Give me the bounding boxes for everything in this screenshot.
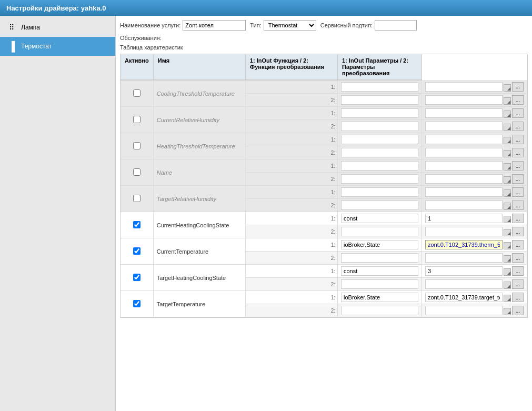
- name-cell-cooling-threshold: CoolingThresholdTemperature: [153, 80, 245, 107]
- func-input-current-relative-humidity-1[interactable]: [341, 122, 418, 131]
- row-index-current-heating-cooling-state-0: 1:: [245, 212, 337, 225]
- dots-button-cooling-threshold-0[interactable]: ...: [512, 82, 524, 92]
- params-cell-current-relative-humidity-1: ◢...: [422, 120, 527, 133]
- func-input-current-relative-humidity-0[interactable]: [341, 108, 418, 118]
- params-input-current-temperature-1[interactable]: [425, 253, 503, 263]
- params-input-target-heating-cooling-state-1[interactable]: [425, 279, 503, 289]
- params-input-target-temperature-0[interactable]: [425, 293, 503, 302]
- resize-handle-cooling-threshold-1[interactable]: ◢: [504, 97, 511, 105]
- params-input-name-row-1[interactable]: [425, 174, 503, 184]
- checkbox-current-temperature[interactable]: [133, 247, 140, 255]
- params-input-cooling-threshold-0[interactable]: [425, 82, 503, 92]
- params-input-cooling-threshold-1[interactable]: [425, 95, 503, 105]
- resize-handle-target-temperature-0[interactable]: ◢: [504, 295, 511, 302]
- checkbox-heating-threshold[interactable]: [133, 142, 140, 149]
- resize-handle-heating-threshold-1[interactable]: ◢: [504, 150, 511, 157]
- dots-button-target-temperature-1[interactable]: ...: [512, 306, 524, 315]
- checkbox-cooling-threshold[interactable]: [133, 89, 140, 97]
- dots-button-name-row-1[interactable]: ...: [512, 174, 524, 184]
- resize-handle-name-row-0[interactable]: ◢: [504, 163, 511, 171]
- dots-button-target-relative-humidity-0[interactable]: ...: [512, 187, 524, 197]
- func-input-cooling-threshold-1[interactable]: [341, 95, 418, 105]
- func-input-target-heating-cooling-state-0[interactable]: [341, 266, 418, 276]
- name-cell-current-relative-humidity: CurrentRelativeHumidity: [153, 107, 245, 133]
- dots-button-target-relative-humidity-1[interactable]: ...: [512, 201, 524, 210]
- func-input-heating-threshold-0[interactable]: [341, 135, 418, 144]
- service-subtype-input[interactable]: [375, 20, 417, 31]
- func-input-target-relative-humidity-1[interactable]: [341, 201, 418, 210]
- checkbox-current-heating-cooling-state[interactable]: [133, 221, 140, 228]
- type-select[interactable]: Thermostat: [264, 20, 316, 31]
- resize-handle-target-heating-cooling-state-1[interactable]: ◢: [504, 282, 511, 289]
- resize-handle-current-heating-cooling-state-1[interactable]: ◢: [504, 229, 511, 236]
- func-input-current-heating-cooling-state-0[interactable]: [341, 214, 418, 223]
- dots-button-target-heating-cooling-state-0[interactable]: ...: [512, 266, 524, 276]
- thermostat-icon: ▐: [6, 41, 17, 52]
- func-input-current-temperature-0[interactable]: [341, 240, 418, 249]
- checkbox-target-temperature[interactable]: [133, 300, 140, 307]
- dots-button-target-temperature-0[interactable]: ...: [512, 293, 524, 302]
- params-input-current-heating-cooling-state-1[interactable]: [425, 227, 503, 236]
- dots-button-current-heating-cooling-state-1[interactable]: ...: [512, 227, 524, 236]
- func-input-cooling-threshold-0[interactable]: [341, 82, 418, 92]
- resize-handle-cooling-threshold-0[interactable]: ◢: [504, 84, 511, 92]
- name-cell-name-row: Name: [153, 159, 245, 186]
- func-cell-current-relative-humidity-0: [338, 107, 422, 120]
- resize-handle-target-heating-cooling-state-0[interactable]: ◢: [504, 268, 511, 276]
- checkbox-target-heating-cooling-state[interactable]: [133, 274, 140, 281]
- resize-handle-name-row-1[interactable]: ◢: [504, 176, 511, 184]
- func-input-current-heating-cooling-state-1[interactable]: [341, 227, 418, 236]
- service-name-input[interactable]: [183, 20, 246, 31]
- func-input-heating-threshold-1[interactable]: [341, 148, 418, 157]
- params-input-target-heating-cooling-state-0[interactable]: [425, 266, 503, 276]
- params-input-current-relative-humidity-1[interactable]: [425, 122, 503, 131]
- params-input-current-heating-cooling-state-0[interactable]: [425, 214, 503, 223]
- sidebar-item-lamp[interactable]: ⠿ Лампа: [0, 18, 115, 37]
- resize-handle-target-relative-humidity-1[interactable]: ◢: [504, 203, 511, 210]
- dots-button-current-temperature-1[interactable]: ...: [512, 253, 524, 263]
- sidebar-item-thermostat[interactable]: ▐ Термостат: [0, 37, 115, 56]
- characteristics-table: Активно Имя 1: InOut Функция / 2: Функци…: [121, 54, 527, 317]
- name-cell-target-heating-cooling-state: TargetHeatingCoolingState: [153, 265, 245, 291]
- resize-handle-current-heating-cooling-state-0[interactable]: ◢: [504, 216, 511, 223]
- params-input-heating-threshold-1[interactable]: [425, 148, 503, 157]
- dots-button-name-row-0[interactable]: ...: [512, 161, 524, 171]
- dots-button-current-heating-cooling-state-0[interactable]: ...: [512, 214, 524, 223]
- resize-handle-heating-threshold-0[interactable]: ◢: [504, 137, 511, 144]
- func-input-target-heating-cooling-state-1[interactable]: [341, 279, 418, 289]
- params-input-name-row-0[interactable]: [425, 161, 503, 171]
- func-input-name-row-1[interactable]: [341, 174, 418, 184]
- func-input-target-relative-humidity-0[interactable]: [341, 187, 418, 197]
- resize-handle-target-temperature-1[interactable]: ◢: [504, 308, 511, 315]
- resize-handle-current-temperature-0[interactable]: ◢: [504, 242, 511, 249]
- resize-handle-target-relative-humidity-0[interactable]: ◢: [504, 189, 511, 197]
- resize-handle-current-temperature-1[interactable]: ◢: [504, 255, 511, 263]
- dots-button-current-relative-humidity-1[interactable]: ...: [512, 122, 524, 131]
- dots-button-current-relative-humidity-0[interactable]: ...: [512, 108, 524, 118]
- params-input-heating-threshold-0[interactable]: [425, 135, 503, 144]
- func-cell-current-heating-cooling-state-1: [338, 225, 422, 238]
- params-input-current-relative-humidity-0[interactable]: [425, 108, 503, 118]
- grid-icon: ⠿: [6, 22, 17, 33]
- checkbox-target-relative-humidity[interactable]: [133, 195, 140, 202]
- func-input-target-temperature-0[interactable]: [341, 293, 418, 302]
- checkbox-name-row[interactable]: [133, 168, 140, 176]
- resize-handle-current-relative-humidity-1[interactable]: ◢: [504, 124, 511, 131]
- func-input-current-temperature-1[interactable]: [341, 253, 418, 263]
- dots-button-heating-threshold-1[interactable]: ...: [512, 148, 524, 157]
- checkbox-cell-target-heating-cooling-state: [121, 265, 153, 291]
- dots-button-target-heating-cooling-state-1[interactable]: ...: [512, 279, 524, 289]
- dots-button-heating-threshold-0[interactable]: ...: [512, 135, 524, 144]
- dots-button-current-temperature-0[interactable]: ...: [512, 240, 524, 249]
- params-input-current-temperature-0[interactable]: [425, 240, 503, 249]
- checkbox-cell-name-row: [121, 159, 153, 186]
- resize-handle-current-relative-humidity-0[interactable]: ◢: [504, 111, 511, 118]
- func-input-name-row-0[interactable]: [341, 161, 418, 171]
- col-active: Активно: [121, 54, 153, 80]
- dots-button-cooling-threshold-1[interactable]: ...: [512, 95, 524, 105]
- checkbox-current-relative-humidity[interactable]: [133, 116, 140, 123]
- params-input-target-relative-humidity-0[interactable]: [425, 187, 503, 197]
- params-input-target-relative-humidity-1[interactable]: [425, 201, 503, 210]
- func-input-target-temperature-1[interactable]: [341, 306, 418, 315]
- params-input-target-temperature-1[interactable]: [425, 306, 503, 315]
